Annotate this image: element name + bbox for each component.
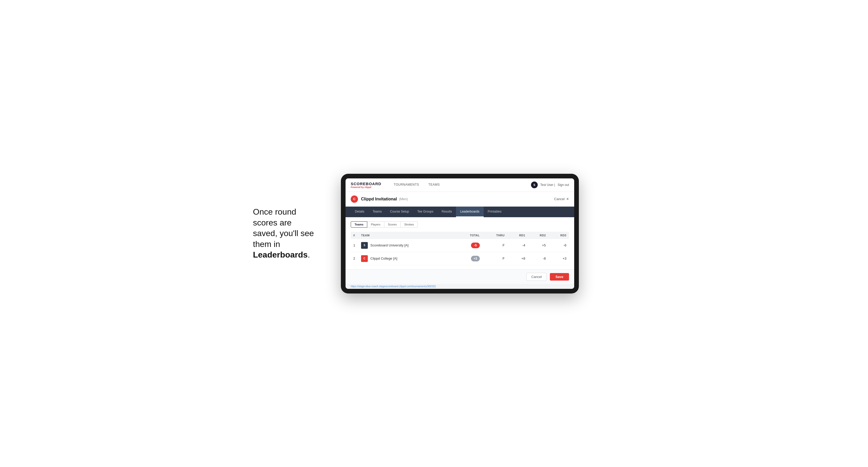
tablet-screen: SCOREBOARD Powered by clippd TOURNAMENTS… — [345, 179, 574, 289]
nav-links: TOURNAMENTS TEAMS — [389, 179, 444, 192]
left-description: Once round scores are saved, you'll see … — [253, 207, 326, 260]
logo-subtitle: Powered by clippd — [351, 186, 381, 188]
col-header-rd1: RD1 — [507, 232, 528, 239]
table-row: 1 S Scoreboard University [A] -5 F — [351, 239, 569, 252]
content-area: Teams Players Scores Strokes # TEAM TOTA… — [345, 217, 574, 270]
row2-team-name: Clippd College [A] — [370, 256, 397, 260]
row2-thru: F — [483, 252, 507, 265]
row2-score-badge: +3 — [471, 256, 480, 261]
description-line1: Once round — [253, 207, 296, 216]
tab-details[interactable]: Details — [351, 207, 369, 217]
tab-printables[interactable]: Printables — [484, 207, 506, 217]
nav-right: S Test User | Sign out — [531, 182, 569, 188]
col-header-thru: THRU — [483, 232, 507, 239]
toggle-strokes[interactable]: Strokes — [401, 221, 418, 227]
row1-thru: F — [483, 239, 507, 252]
url-text: https://stage-blue-coach.stagescoreboard… — [351, 285, 436, 288]
tab-results[interactable]: Results — [437, 207, 456, 217]
row1-rd2: +5 — [528, 239, 549, 252]
row2-team-logo: C — [361, 255, 368, 262]
tournament-header: C Clippd Invitational (Men) Cancel ✕ — [345, 192, 574, 207]
row1-team-name: Scoreboard University [A] — [370, 243, 408, 247]
table-row: 2 C Clippd College [A] +3 F — [351, 252, 569, 265]
row1-total: -5 — [455, 239, 482, 252]
tournament-subtitle: (Men) — [399, 197, 408, 201]
row2-total: +3 — [455, 252, 482, 265]
toggle-group: Teams Players Scores Strokes — [351, 221, 569, 227]
description-line5-bold: Leaderboards — [253, 250, 308, 259]
user-name: Test User | — [540, 183, 555, 187]
row1-score-badge: -5 — [471, 243, 480, 248]
row1-team-logo: S — [361, 242, 368, 249]
url-bar: https://stage-blue-coach.stagescoreboard… — [345, 284, 574, 289]
row2-team: C Clippd College [A] — [359, 252, 455, 265]
col-header-total: TOTAL — [455, 232, 482, 239]
tab-leaderboards[interactable]: Leaderboards — [456, 207, 484, 217]
toggle-scores[interactable]: Scores — [384, 221, 401, 227]
cancel-x-button[interactable]: Cancel ✕ — [554, 197, 569, 201]
tab-tee-groups[interactable]: Tee Groups — [413, 207, 437, 217]
user-avatar: S — [531, 182, 538, 188]
tablet-device: SCOREBOARD Powered by clippd TOURNAMENTS… — [341, 174, 579, 293]
tournament-title: Clippd Invitational — [361, 197, 397, 201]
col-header-rank: # — [351, 232, 359, 239]
col-header-team: TEAM — [359, 232, 455, 239]
tab-course-setup[interactable]: Course Setup — [386, 207, 413, 217]
nav-teams[interactable]: TEAMS — [424, 179, 444, 192]
leaderboard-table: # TEAM TOTAL THRU RD1 RD2 RD3 1 — [351, 232, 569, 265]
nav-tournaments[interactable]: TOURNAMENTS — [389, 179, 424, 192]
col-header-rd3: RD3 — [548, 232, 569, 239]
description-line4: them in — [253, 240, 280, 249]
toggle-teams[interactable]: Teams — [351, 221, 367, 227]
row1-rank: 1 — [351, 239, 359, 252]
row2-rd2: -8 — [528, 252, 549, 265]
row1-team: S Scoreboard University [A] — [359, 239, 455, 252]
row2-rank: 2 — [351, 252, 359, 265]
tab-teams[interactable]: Teams — [369, 207, 386, 217]
toggle-players[interactable]: Players — [367, 221, 384, 227]
period: . — [308, 250, 310, 259]
top-navigation: SCOREBOARD Powered by clippd TOURNAMENTS… — [345, 179, 574, 192]
description-line3: saved, you'll see — [253, 228, 314, 238]
footer-bar: Cancel Save — [345, 270, 574, 284]
logo-text: SCOREBOARD — [351, 182, 381, 186]
tournament-icon: C — [351, 195, 358, 203]
row1-rd1: -4 — [507, 239, 528, 252]
cancel-button[interactable]: Cancel — [526, 273, 547, 281]
logo-area: SCOREBOARD Powered by clippd — [351, 182, 381, 188]
tab-bar: Details Teams Course Setup Tee Groups Re… — [345, 207, 574, 217]
row2-rd1: +8 — [507, 252, 528, 265]
row2-rd3: +3 — [548, 252, 569, 265]
row1-rd3: -6 — [548, 239, 569, 252]
save-button[interactable]: Save — [550, 273, 569, 281]
description-line2: scores are — [253, 218, 291, 227]
col-header-rd2: RD2 — [528, 232, 549, 239]
sign-out-link[interactable]: Sign out — [558, 183, 569, 187]
